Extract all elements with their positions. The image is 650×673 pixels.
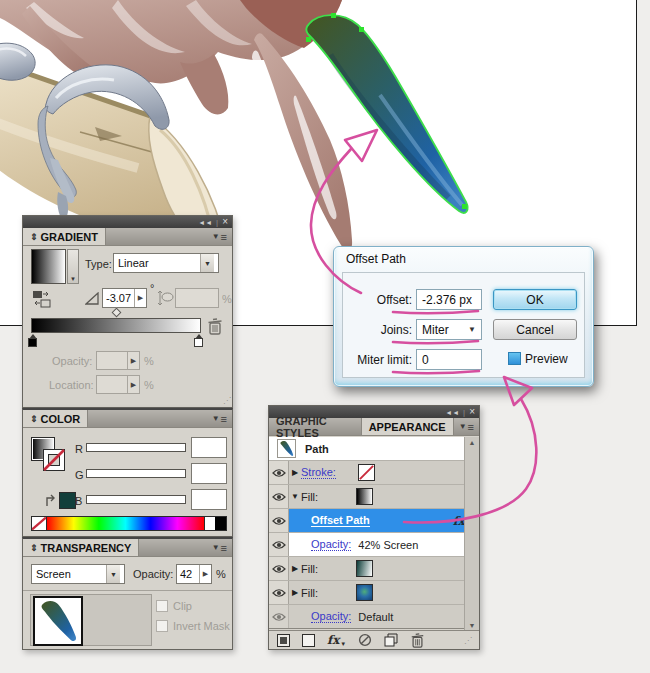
blend-mode-select[interactable]: Screen ▼ bbox=[31, 564, 125, 584]
opacity-field[interactable]: 42 ▶ bbox=[176, 564, 212, 584]
gradient-stop-white[interactable] bbox=[194, 338, 203, 347]
anchor-point bbox=[462, 204, 467, 209]
cancel-button[interactable]: Cancel bbox=[493, 319, 577, 340]
panel-menu-icon[interactable]: ▼≡ bbox=[207, 410, 232, 427]
add-new-fill-button[interactable] bbox=[302, 634, 315, 647]
appearance-row-fill2[interactable]: ▶ Fill: bbox=[269, 557, 479, 581]
panel-menu-icon[interactable]: ▼≡ bbox=[207, 539, 232, 556]
gradient-ramp[interactable] bbox=[31, 318, 201, 333]
gradient-swatch-dropdown[interactable]: ▼ bbox=[67, 249, 79, 284]
opacity-link[interactable]: Opacity: bbox=[311, 610, 351, 623]
last-color-swatch[interactable] bbox=[59, 492, 76, 509]
angle-icon bbox=[85, 292, 99, 305]
preview-checkbox[interactable] bbox=[508, 352, 521, 365]
gradient-aspect-field[interactable] bbox=[175, 288, 219, 308]
visibility-toggle[interactable] bbox=[269, 533, 289, 556]
appearance-row-offset-path[interactable]: Offset Path fx bbox=[269, 509, 479, 533]
resize-grip[interactable]: ⋰ bbox=[223, 396, 230, 405]
visibility-toggle[interactable] bbox=[269, 557, 289, 580]
visibility-toggle[interactable] bbox=[269, 581, 289, 604]
gradient-midpoint-slider[interactable] bbox=[112, 308, 122, 318]
delete-item-trash-button[interactable] bbox=[410, 633, 425, 648]
resize-grip[interactable]: ⋰ bbox=[464, 636, 471, 645]
fill-teal-gradient-swatch[interactable] bbox=[356, 560, 373, 577]
fill-gradient-swatch[interactable] bbox=[356, 488, 373, 505]
appearance-row-fill[interactable]: ▼ Fill: bbox=[269, 485, 479, 509]
tab-transparency[interactable]: ⇕ TRANSPARENCY bbox=[23, 539, 139, 556]
scrollbar[interactable]: ▲ ▼ bbox=[464, 437, 479, 631]
panel-menu-icon[interactable]: ▼≡ bbox=[454, 418, 479, 435]
gradient-opacity-field[interactable]: ▶ bbox=[96, 351, 140, 370]
invert-mask-checkbox[interactable] bbox=[156, 620, 168, 632]
collapse-icon[interactable]: ◄◄ bbox=[198, 219, 212, 226]
transparency-tabbar: ⇕ TRANSPARENCY ▼≡ bbox=[23, 539, 232, 557]
slider-track-g[interactable] bbox=[86, 469, 186, 478]
offset-input[interactable]: -2.376 px bbox=[416, 289, 482, 310]
visibility-toggle[interactable] bbox=[269, 485, 289, 508]
add-new-effect-button[interactable]: fx ▼ bbox=[327, 633, 346, 647]
stroke-none-swatch[interactable] bbox=[358, 464, 375, 481]
object-thumbnail[interactable] bbox=[33, 596, 83, 646]
reverse-gradient-icon[interactable] bbox=[32, 290, 52, 308]
expander-icon[interactable]: ▶ bbox=[289, 588, 301, 597]
scroll-down-icon[interactable]: ▼ bbox=[469, 622, 476, 629]
expander-icon[interactable]: ▶ bbox=[289, 564, 301, 573]
stroke-link[interactable]: Stroke: bbox=[301, 466, 336, 479]
expander-icon[interactable]: ▶ bbox=[289, 468, 301, 477]
tab-graphic-styles[interactable]: GRAPHIC STYLES bbox=[269, 418, 362, 435]
divider: | bbox=[216, 218, 218, 227]
tab-color[interactable]: ⇕ COLOR bbox=[23, 410, 88, 427]
appearance-row-opacity-default[interactable]: Opacity: Default bbox=[269, 605, 479, 629]
transparency-panel-title: TRANSPARENCY bbox=[41, 542, 132, 554]
joins-select[interactable]: Miter ▼ bbox=[416, 319, 482, 340]
spectrum-gradient[interactable] bbox=[47, 517, 204, 530]
color-spectrum-bar[interactable] bbox=[31, 516, 227, 531]
white-swatch[interactable] bbox=[204, 517, 215, 530]
duplicate-item-button[interactable] bbox=[384, 633, 398, 647]
offset-path-effect-link[interactable]: Offset Path bbox=[311, 514, 370, 527]
add-new-stroke-button[interactable] bbox=[277, 634, 290, 647]
slider-track-r[interactable] bbox=[86, 443, 186, 452]
location-label: Location: bbox=[49, 379, 94, 391]
miter-limit-input[interactable]: 0 bbox=[416, 349, 482, 370]
appearance-row-stroke[interactable]: ▶ Stroke: bbox=[269, 461, 479, 485]
gradient-stop-black[interactable] bbox=[28, 338, 37, 347]
delete-stop-trash-icon[interactable] bbox=[207, 318, 223, 335]
opacity-link[interactable]: Opacity: bbox=[311, 538, 351, 551]
stroke-proxy-none-swatch[interactable] bbox=[43, 449, 65, 471]
close-icon[interactable]: × bbox=[222, 218, 228, 226]
visibility-toggle[interactable] bbox=[269, 605, 289, 628]
percent-symbol: % bbox=[144, 355, 154, 367]
gradient-type-select[interactable]: Linear ▼ bbox=[113, 253, 219, 273]
appearance-row-path[interactable]: Path bbox=[269, 437, 479, 461]
tab-appearance[interactable]: APPEARANCE bbox=[362, 418, 454, 435]
value-field-g[interactable] bbox=[191, 463, 227, 484]
gradient-fill-swatch[interactable] bbox=[31, 249, 66, 284]
visibility-toggle[interactable] bbox=[269, 509, 289, 532]
clear-appearance-button[interactable] bbox=[358, 633, 372, 647]
gradient-angle-field[interactable]: -3.07 ▶ bbox=[102, 288, 147, 308]
value-field-b[interactable] bbox=[191, 489, 227, 510]
tab-gradient[interactable]: ⇕ GRADIENT bbox=[23, 228, 106, 245]
angle-spinner[interactable]: ▶ bbox=[134, 289, 146, 307]
opacity-label: Opacity: bbox=[52, 355, 92, 367]
value-field-r[interactable] bbox=[191, 437, 227, 458]
expander-icon[interactable]: ▼ bbox=[289, 492, 301, 501]
scroll-up-icon[interactable]: ▲ bbox=[469, 439, 476, 446]
appearance-row-opacity-screen[interactable]: Opacity: 42% Screen bbox=[269, 533, 479, 557]
ok-button[interactable]: OK bbox=[493, 289, 577, 310]
none-color-swatch[interactable] bbox=[32, 517, 47, 530]
visibility-toggle[interactable] bbox=[269, 461, 289, 484]
opacity-spinner[interactable]: ▶ bbox=[199, 565, 211, 583]
fill-radial-blue-swatch[interactable] bbox=[356, 584, 373, 601]
panel-menu-icon[interactable]: ▼≡ bbox=[207, 228, 232, 245]
collapse-icon[interactable]: ◄◄ bbox=[445, 409, 459, 416]
slider-track-b[interactable] bbox=[86, 495, 186, 504]
close-icon[interactable]: × bbox=[469, 408, 475, 416]
black-swatch[interactable] bbox=[215, 517, 226, 530]
gradient-location-field[interactable]: ▶ bbox=[96, 375, 140, 394]
clip-checkbox[interactable] bbox=[156, 600, 168, 612]
appearance-row-fill3[interactable]: ▶ Fill: bbox=[269, 581, 479, 605]
last-color-icon[interactable] bbox=[45, 494, 57, 508]
claw-thumbnail bbox=[35, 598, 81, 644]
